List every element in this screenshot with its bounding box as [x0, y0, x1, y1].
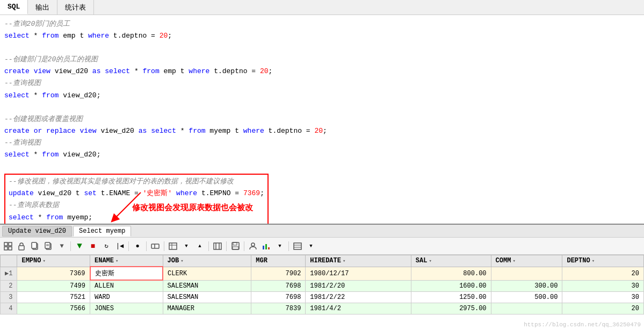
annotation-text: 修改视图会发现原表数据也会被改 — [132, 201, 253, 214]
svg-rect-1 — [4, 242, 8, 246]
col-ename[interactable]: ENAME▾ — [90, 255, 163, 267]
svg-rect-24 — [263, 246, 264, 249]
cell-empno: 7499 — [17, 280, 90, 292]
results-tabs: Update view_d20 Select myemp — [0, 225, 644, 238]
col-empno[interactable]: EMPNO▾ — [17, 255, 90, 267]
down-btn[interactable]: ▼ — [56, 240, 68, 252]
cell-mgr: 7698 — [251, 280, 306, 292]
copy-icon — [31, 242, 39, 250]
sep7 — [244, 241, 244, 251]
svg-rect-12 — [151, 244, 159, 248]
bar-chart-down-btn[interactable]: ▼ — [274, 240, 286, 252]
watermark: https://blog.csdn.net/qq_36250479 — [524, 321, 641, 328]
cell-mgr: 7698 — [251, 292, 306, 303]
bar-chart-btn[interactable] — [261, 240, 272, 252]
comment-line-1: --查询20部门的员工 — [4, 18, 640, 30]
sep2 — [128, 241, 129, 251]
comment-line-11: --查询视图 — [4, 137, 640, 149]
cell-ename: 史密斯 — [90, 267, 163, 280]
cell-comm: 500.00 — [491, 292, 562, 303]
svg-point-23 — [251, 243, 255, 246]
grid-icon — [4, 242, 12, 251]
col-job[interactable]: JOB▾ — [163, 255, 251, 267]
col-comm[interactable]: COMM▾ — [491, 255, 562, 267]
tab-bar: SQL 输出 统计表 — [0, 0, 644, 15]
col-indicator — [1, 255, 17, 267]
cell-comm: 300.00 — [491, 280, 562, 292]
svg-rect-3 — [4, 247, 8, 250]
tab-select-myemp[interactable]: Select myemp — [73, 226, 131, 237]
cell-deptno: 20 — [562, 303, 644, 314]
cell-deptno: 30 — [562, 292, 644, 303]
lock-icon — [18, 242, 25, 251]
grid-icon-btn[interactable] — [2, 240, 14, 252]
sql-editor[interactable]: --查询20部门的员工 select * from emp t where t.… — [0, 15, 644, 225]
stop-btn[interactable]: ■ — [87, 240, 99, 252]
eraser-icon — [151, 242, 160, 251]
code-select-myemp-wrap: select * from myemp; 修改视图会发现原表数据也会被改 — [9, 212, 264, 224]
cell-empno: 7566 — [17, 303, 90, 314]
sep1 — [70, 241, 71, 251]
col-hiredate[interactable]: HIREDATE▾ — [306, 255, 411, 267]
code-line-10: create or replace view view_d20 as selec… — [4, 125, 640, 137]
table-icon — [169, 242, 177, 250]
cell-mgr: 7839 — [251, 303, 306, 314]
dot-btn[interactable]: ● — [132, 240, 143, 252]
cell-empno: 7369 — [17, 267, 90, 280]
cell-deptno: 20 — [562, 267, 644, 280]
svg-rect-27 — [294, 243, 301, 249]
results-area: Update view_d20 Select myemp — [0, 225, 644, 324]
comment-line-4: --创建部门是20的员工的视图 — [4, 54, 640, 66]
col-deptno[interactable]: DEPTNO▾ — [562, 255, 644, 267]
copy2-btn[interactable] — [42, 240, 54, 252]
code-line-5: create view view_d20 as select * from em… — [4, 66, 640, 77]
cell-ename: JONES — [90, 303, 163, 314]
person-btn[interactable] — [247, 240, 259, 252]
data-table-wrapper[interactable]: EMPNO▾ ENAME▾ JOB▾ MGR HIREDATE▾ SAL▾ CO… — [0, 255, 644, 324]
code-line-12: select * from view_d20; — [4, 149, 640, 161]
table2-down-btn[interactable]: ▼ — [305, 240, 317, 252]
table-down-btn[interactable]: ▼ — [180, 240, 192, 252]
code-line-7: select * from view_d20; — [4, 90, 640, 102]
cell-mgr: 7902 — [251, 267, 306, 280]
svg-rect-25 — [265, 244, 267, 249]
tab-output[interactable]: 输出 — [28, 0, 57, 15]
refresh-btn[interactable]: ↻ — [100, 240, 112, 252]
copy-btn[interactable] — [29, 240, 41, 252]
cell-sal: 1600.00 — [411, 280, 491, 292]
save-btn[interactable] — [229, 240, 241, 252]
tab-stats[interactable]: 统计表 — [57, 0, 94, 15]
row-indicator: 4 — [1, 303, 17, 314]
svg-rect-26 — [268, 247, 270, 249]
save-icon — [231, 242, 240, 250]
copy2-icon — [45, 242, 52, 250]
cols-btn[interactable] — [212, 240, 223, 252]
highlight-block: --修改视图，修改视图其实是修改视图对于的表的数据，视图不建议修改 update… — [4, 174, 269, 225]
cell-job: SALESMAN — [163, 280, 251, 292]
table2-icon — [293, 242, 302, 250]
sep3 — [146, 241, 147, 251]
col-mgr[interactable]: MGR — [251, 255, 306, 267]
eraser-btn[interactable] — [149, 240, 161, 252]
cell-empno: 7521 — [17, 292, 90, 303]
cell-sal: 2975.00 — [411, 303, 491, 314]
sep8 — [288, 241, 289, 251]
table2-btn[interactable] — [292, 240, 303, 252]
cell-hiredate: 1981/2/22 — [306, 292, 411, 303]
tab-update-view[interactable]: Update view_d20 — [2, 226, 72, 237]
tab-sql[interactable]: SQL — [0, 0, 28, 15]
table-btn[interactable] — [167, 240, 179, 252]
download-btn[interactable]: ▼ — [74, 240, 85, 252]
lock-btn[interactable] — [16, 240, 27, 252]
cell-sal: 800.00 — [411, 267, 491, 280]
col-sal[interactable]: SAL▾ — [411, 255, 491, 267]
toolbar: ▼ ▼ ■ ↻ |◀ ● ▼ ▲ — [0, 238, 644, 255]
sep6 — [226, 241, 227, 251]
svg-rect-14 — [169, 243, 177, 249]
first-btn[interactable]: |◀ — [114, 240, 126, 252]
cell-job: SALESMAN — [163, 292, 251, 303]
person-icon — [249, 242, 257, 250]
table-up-btn[interactable]: ▲ — [194, 240, 206, 252]
cell-comm — [491, 267, 562, 280]
svg-rect-2 — [9, 242, 12, 246]
